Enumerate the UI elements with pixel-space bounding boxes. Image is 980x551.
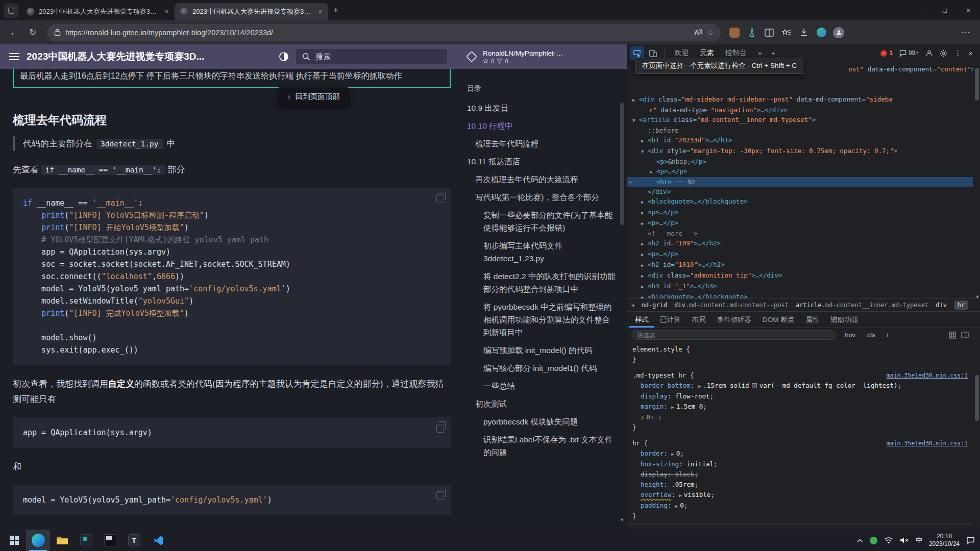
css-declaration[interactable]: border: ▶0; [632, 448, 968, 459]
feedback-icon[interactable] [925, 49, 933, 57]
toc-item[interactable]: 初次测试 [467, 397, 616, 410]
dom-tree-node[interactable]: ▶<h2 id="1010">…</h2> [627, 260, 973, 270]
breadcrumb-item[interactable]: article.md-content__inner.md-typeset [796, 302, 928, 309]
dom-tree-node[interactable]: ▶<h1 id="20233d">…</h1> [627, 135, 973, 146]
dom-tree-node[interactable]: ⋯<hr> == $0 [627, 177, 973, 187]
workspace-icon[interactable] [4, 4, 18, 18]
search-input[interactable]: 搜索 [296, 49, 447, 64]
toc-item[interactable]: 将 pyorbbecsdk 中之前编写和整理的相机调用功能和分割算法的文件整合到… [467, 300, 616, 339]
scrollbar-thumb[interactable] [620, 103, 624, 225]
tray-chevron-up-icon[interactable] [856, 538, 863, 543]
breadcrumb-item[interactable]: div [936, 302, 947, 309]
ime-indicator[interactable]: 中 [916, 536, 922, 545]
styles-sidebar-tab[interactable]: 属性 [800, 312, 825, 328]
toc-item[interactable]: 10.10 行程中 [467, 119, 616, 132]
stylesheet-link[interactable]: main.35e1ed30.min.css:1 [887, 438, 968, 448]
elements-scrollbar[interactable]: ▼ [974, 66, 979, 294]
read-aloud-icon[interactable]: A)) [694, 29, 702, 36]
style-filter-toggle[interactable]: + [883, 331, 891, 340]
tray-app-icon-green[interactable] [870, 537, 877, 544]
back-button[interactable]: ← [6, 24, 22, 41]
toc-item[interactable]: 写代码(第一轮比赛)，整合各个部分 [467, 191, 616, 204]
menu-icon[interactable] [9, 53, 19, 60]
error-badge[interactable]: × 1 [880, 49, 893, 57]
dom-tree-node[interactable]: <p>&nbsp;</p> [627, 157, 973, 166]
volume-muted-icon[interactable] [900, 537, 909, 544]
scrollbar-thumb[interactable] [975, 68, 979, 101]
grid-toggle-icon[interactable] [949, 332, 956, 339]
scroll-down-icon[interactable]: ▼ [619, 517, 625, 522]
dom-tree-node[interactable]: </div> [627, 187, 973, 196]
css-declaration[interactable]: display: flow-root; [632, 391, 968, 402]
css-selector[interactable]: hr { [632, 438, 648, 448]
scrollbar-thumb[interactable] [975, 375, 979, 421]
dom-tree-node[interactable]: ▼<article class="md-content__inner md-ty… [627, 115, 973, 126]
clock[interactable]: 20:18 2023/10/24 [929, 533, 960, 548]
add-tab-icon[interactable]: + [768, 49, 779, 57]
toc-item[interactable]: 一些总结 [467, 380, 616, 392]
dom-tree-node[interactable]: ▶<p>…</p> [627, 166, 973, 177]
dom-tree-node[interactable]: ▶<blockquote>…</blockquote> [627, 196, 973, 207]
toc-item[interactable]: 将 detect2.2 中的队友打包的识别功能部分的代码整合到新项目中 [467, 270, 616, 295]
devtools-menu-icon[interactable]: ⋮ [954, 48, 962, 58]
dom-tree-node[interactable]: ▶<blockquote>…</blockquote> [627, 292, 973, 298]
toc-item[interactable]: 编写核心部分 init_model1() 代码 [467, 362, 616, 374]
settings-gear-icon[interactable] [940, 49, 947, 57]
breadcrumb-back-icon[interactable]: ◀ [631, 303, 634, 308]
beaker-icon[interactable] [744, 25, 760, 40]
breadcrumb-item[interactable]: nd-grid [641, 302, 667, 309]
styles-sidebar-tab[interactable]: 辅助功能 [825, 312, 864, 328]
network-icon[interactable] [884, 537, 893, 544]
favorite-star-icon[interactable]: ☆ [707, 29, 714, 37]
css-declaration[interactable]: margin: ▶1.5em 0; [632, 402, 968, 412]
stylesheet-link[interactable]: main.35e1ed30.min.css:1 [887, 370, 968, 381]
css-declaration[interactable]: box-sizing: initial; [632, 459, 968, 469]
toc-item[interactable]: 再次梳理去年代码的大致流程 [467, 173, 616, 186]
split-screen-icon[interactable] [762, 25, 777, 40]
tab-close-icon[interactable]: × [317, 8, 323, 15]
styles-filter-input[interactable] [631, 330, 836, 340]
more-tabs-icon[interactable]: » [754, 49, 766, 57]
profile-avatar[interactable] [831, 25, 846, 40]
extension-icon-2[interactable] [814, 25, 829, 40]
browser-menu-icon[interactable]: ⋯ [958, 24, 974, 41]
taskbar-file-explorer[interactable] [50, 530, 74, 551]
copy-icon[interactable] [436, 424, 444, 433]
computed-sidebar-icon[interactable] [961, 332, 969, 338]
console-message-badge[interactable]: 99+ [899, 49, 919, 57]
dom-tree-node[interactable]: <!-- more --> [627, 229, 973, 238]
dom-tree-node[interactable]: ::before [627, 126, 973, 135]
styles-sidebar-tab[interactable]: DOM 断点 [757, 312, 800, 328]
address-bar[interactable]: https://ronald-luo.gitee.io/mypamphlet-b… [47, 24, 721, 41]
favorites-bar-icon[interactable] [779, 25, 794, 40]
dom-tree-node[interactable]: ▶<p>…</p> [627, 249, 973, 260]
css-declaration[interactable]: overflow: ▶visible; [632, 490, 968, 500]
downloads-icon[interactable] [796, 25, 812, 40]
url-text[interactable]: https://ronald-luo.gitee.io/mypamphlet-b… [65, 29, 690, 37]
start-button[interactable] [2, 530, 26, 551]
refresh-button[interactable]: ↻ [24, 24, 41, 41]
dom-tree-node[interactable]: ▶<h2 id="109">…</h2> [627, 238, 973, 249]
toc-item[interactable]: 编写预加载 init_model() 的代码 [467, 344, 616, 357]
tab-close-icon[interactable]: × [164, 8, 169, 15]
dom-tree-node[interactable]: ▶<div class="admonition tip">…</div> [627, 270, 973, 281]
css-selector[interactable]: element.style { [632, 344, 690, 355]
taskbar-vscode[interactable] [146, 530, 170, 551]
style-filter-toggle[interactable]: :hov [841, 331, 858, 340]
css-declaration[interactable]: padding: ▶0; [632, 500, 968, 511]
styles-sidebar-tab[interactable]: 布局 [687, 312, 712, 328]
styles-sidebar-tab[interactable]: 已计算 [654, 312, 687, 328]
styles-scrollbar[interactable] [974, 345, 979, 524]
dom-tree-node[interactable]: ▼<div style="margin-top: -30px; font-siz… [627, 146, 973, 157]
taskbar-edge[interactable] [26, 530, 50, 551]
dom-tree-node[interactable]: ▶<p>…</p> [627, 218, 973, 229]
close-button[interactable]: × [957, 0, 980, 20]
new-tab-button[interactable]: + [333, 5, 338, 15]
taskbar-typora[interactable]: T [122, 530, 146, 551]
devtools-close-icon[interactable]: × [968, 49, 973, 58]
css-declaration[interactable]: ⚠0: ; [632, 412, 968, 422]
dom-tree-node[interactable]: r" data-md-type="navigation">…</div> [627, 105, 973, 115]
toc-item[interactable]: pyorbbecsdk 模块缺失问题 [467, 415, 616, 428]
maximize-button[interactable]: □ [933, 0, 957, 20]
taskbar-app-4[interactable] [74, 530, 98, 551]
